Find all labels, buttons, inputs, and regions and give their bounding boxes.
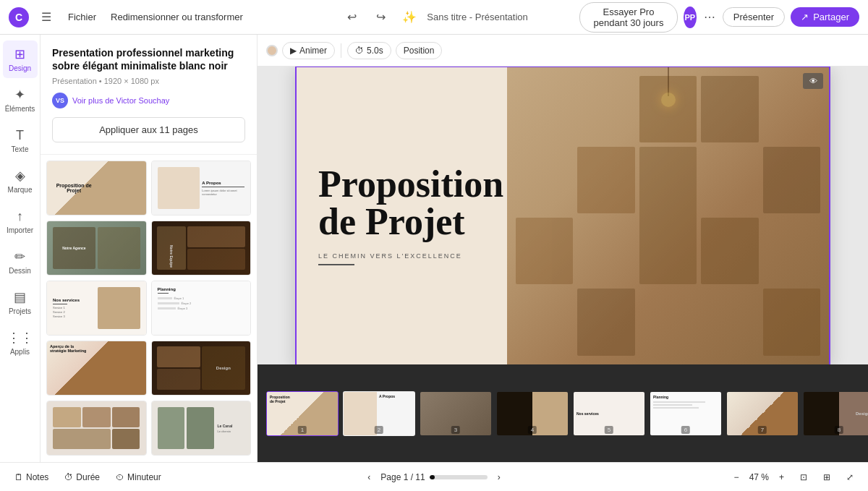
author-link[interactable]: Voir plus de Victor Souchay [72, 96, 169, 105]
zoom-in-button[interactable]: + [773, 470, 790, 484]
bottom-bar-right: − 47 % + ⊡ ⊞ ⤢ [579, 470, 859, 484]
zoom-out-button[interactable]: − [728, 470, 745, 484]
duree-icon: ⏱ [64, 472, 73, 482]
author-row: VS Voir plus de Victor Souchay [52, 93, 245, 108]
animate-button[interactable]: ▶ Animer [282, 42, 335, 59]
elements-icon: ✦ [14, 87, 25, 103]
slide-photo [507, 67, 829, 364]
thumbnail-10[interactable]: Le Canal Le chemin [151, 401, 252, 456]
page-info: Page 1 / 11 [380, 472, 425, 482]
color-picker[interactable] [266, 45, 278, 56]
position-label: Position [404, 46, 435, 56]
filmstrip-slide-2[interactable]: A Propos 2 [343, 391, 415, 436]
more-icon[interactable]: ⋯ [702, 6, 717, 29]
menu-icon[interactable]: ☰ [35, 6, 58, 29]
next-page-button[interactable]: › [492, 470, 506, 484]
user-avatar[interactable]: PP [684, 7, 697, 28]
present-button[interactable]: Présenter [723, 7, 785, 27]
sidebar-label-dessin: Dessin [9, 267, 31, 275]
thumbnail-3[interactable]: Notre Agence [46, 221, 147, 276]
left-panel: Presentation professionnel marketing sob… [41, 35, 258, 462]
topbar-center: ↩ ↪ ✨ Sans titre - Présentation [294, 6, 574, 29]
filmstrip-num-5: 5 [605, 426, 613, 434]
menu-redimensionner[interactable]: Redimensionner ou transformer [106, 9, 247, 25]
apply-button[interactable]: Appliquer aux 11 pages [52, 117, 245, 142]
grid-view-button[interactable]: ⊞ [817, 470, 836, 484]
bottom-strip: Propositionde Projet 1 A Propos 2 3 [258, 364, 868, 462]
sidebar-label-applis: Applis [10, 348, 30, 356]
left-panel-header: Presentation professionnel marketing sob… [41, 35, 257, 155]
notes-button[interactable]: 🗒 Notes [9, 470, 54, 484]
progress-bar [430, 475, 488, 479]
trial-button[interactable]: Essayer Pro pendant 30 jours [579, 2, 677, 33]
time-label: 5.0s [367, 46, 383, 56]
prev-page-button[interactable]: ‹ [362, 470, 376, 484]
importer-icon: ↑ [17, 209, 23, 224]
sidebar-label-design: Design [9, 64, 31, 72]
menu-fichier[interactable]: Fichier [64, 9, 101, 25]
dessin-icon: ✏ [14, 249, 25, 265]
slide-subtitle: LE CHEMIN VERS L'EXCELLENCE [318, 252, 488, 260]
filmstrip-slide-4[interactable]: 4 [496, 391, 569, 436]
filmstrip-slide-8[interactable]: Design 8 [803, 391, 868, 436]
template-meta: Présentation • 1920 × 1080 px [52, 77, 245, 85]
thumbnail-4[interactable]: Notre Equipe [151, 221, 252, 276]
time-button[interactable]: ⏱ 5.0s [347, 42, 391, 59]
clock-icon: ⏱ [355, 46, 364, 56]
topbar: C ☰ Fichier Redimensionner ou transforme… [0, 0, 868, 35]
thumbnail-7[interactable]: Aperçu de lastratégie Marketing [46, 341, 147, 396]
sidebar-item-text[interactable]: T Texte [3, 121, 38, 159]
thumbnail-6[interactable]: Planning Étape 1 Étape 2 Étape 3 [151, 281, 252, 336]
canvas-area: ▶ Animer ⏱ 5.0s Position Propositionde P… [258, 35, 868, 462]
filmstrip-slide-1[interactable]: Propositionde Projet 1 [266, 391, 339, 436]
sidebar-item-design[interactable]: ⊞ Design [3, 40, 38, 78]
bottom-bar: 🗒 Notes ⏱ Durée ⏲ Minuteur ‹ Page 1 / 11… [0, 462, 868, 491]
app-title: Sans titre - Présentation [427, 12, 527, 22]
sidebar-item-projets[interactable]: ▤ Projets [3, 283, 38, 321]
sidebar-label-marque: Marque [8, 186, 33, 194]
sidebar-item-marque[interactable]: ◈ Marque [3, 162, 38, 200]
fullscreen-button[interactable]: ⤢ [841, 470, 859, 484]
minuteur-icon: ⏲ [116, 472, 124, 482]
thumbnail-9[interactable] [46, 401, 147, 456]
slide-canvas[interactable]: Propositionde Projet LE CHEMIN VERS L'EX… [258, 67, 868, 364]
magic-icon[interactable]: ✨ [398, 6, 421, 29]
minuteur-label: Minuteur [127, 472, 161, 482]
hide-panel-button[interactable]: 👁 [803, 73, 823, 89]
sidebar-item-applis[interactable]: ⋮⋮ Applis [3, 324, 38, 362]
filmstrip-slide-5[interactable]: Nos services 5 [573, 391, 645, 436]
filmstrip-slide-6[interactable]: Planning 6 [650, 391, 722, 436]
sidebar-item-elements[interactable]: ✦ Éléments [3, 81, 38, 119]
redo-icon[interactable]: ↪ [369, 6, 392, 29]
thumbnail-1[interactable]: Proposition de Projet [46, 161, 147, 215]
filmstrip-num-4: 4 [528, 426, 537, 434]
thumbnail-5[interactable]: Nos services Service 1Service 2Service 3 [46, 281, 147, 336]
fit-screen-button[interactable]: ⊡ [794, 470, 813, 484]
thumb-1-title: Proposition de Projet [54, 183, 93, 193]
toolbar-divider-1 [341, 43, 341, 58]
slide-underline [318, 264, 354, 265]
slide-frame: Propositionde Projet LE CHEMIN VERS L'EX… [295, 67, 830, 364]
filmstrip-num-8: 8 [835, 426, 843, 434]
eye-icon: 👁 [809, 77, 817, 85]
template-title: Presentation professionnel marketing sob… [52, 46, 245, 72]
filmstrip-slide-7[interactable]: 7 [726, 391, 799, 436]
thumbnail-8[interactable]: Design [151, 341, 252, 396]
sidebar-item-dessin[interactable]: ✏ Dessin [3, 243, 38, 281]
sidebar-item-importer[interactable]: ↑ Importer [3, 202, 38, 240]
thumbnail-2[interactable]: A Propos Lorem ipsum dolor sit amet cons… [151, 161, 252, 215]
marque-icon: ◈ [15, 168, 25, 184]
canva-logo: C [9, 7, 29, 27]
undo-icon[interactable]: ↩ [340, 6, 363, 29]
minuteur-button[interactable]: ⏲ Minuteur [110, 470, 167, 484]
position-button[interactable]: Position [396, 42, 443, 59]
sidebar-label-elements: Éléments [5, 105, 35, 113]
filmstrip-num-3: 3 [451, 426, 460, 434]
dimensions-label: 1920 × 1080 px [104, 77, 159, 85]
duree-button[interactable]: ⏱ Durée [59, 470, 106, 484]
notes-label: Notes [26, 472, 48, 482]
filmstrip-num-2: 2 [375, 426, 383, 434]
share-button[interactable]: ↗ Partager [791, 7, 859, 27]
presentation-label: Présentation [52, 77, 97, 85]
filmstrip-slide-3[interactable]: 3 [420, 391, 492, 436]
